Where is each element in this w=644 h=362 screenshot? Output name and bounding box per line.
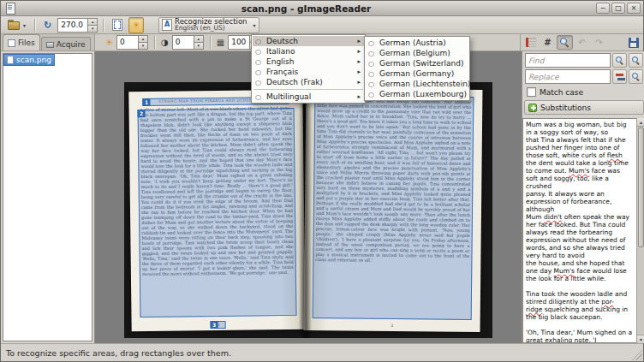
- recognize-icon: [162, 19, 172, 31]
- menu-item-german-switzerland[interactable]: ○German (Switzerland): [366, 58, 468, 68]
- find-all-button[interactable]: [629, 53, 643, 68]
- match-case-checkbox[interactable]: [527, 87, 536, 97]
- brightness-spin-down[interactable]: ▾: [139, 42, 147, 49]
- strip-linebreaks-button[interactable]: #: [540, 35, 556, 50]
- source-tabs: Files Acquire: [1, 34, 95, 50]
- replace-button[interactable]: [612, 69, 627, 84]
- recognize-dropdown-arrow-icon[interactable]: ▾: [253, 22, 255, 28]
- scanned-document: STRONG-MAN FROM PIRAEUS AND OTHER STORIE…: [124, 82, 492, 338]
- radio-icon: ○: [255, 93, 263, 101]
- menu-item-english[interactable]: ○English▸: [253, 56, 364, 67]
- menu-item-german-luxembourg[interactable]: ○German (Luxembourg): [366, 89, 468, 99]
- menu-item-german-germany[interactable]: ○German (Germany): [366, 68, 468, 79]
- tab-acquire[interactable]: Acquire: [41, 37, 91, 50]
- replace-input[interactable]: [525, 69, 611, 84]
- resolution-icon: ▦: [217, 39, 224, 47]
- menu-item-label: German (Germany): [379, 69, 465, 78]
- rotation-value: 270.0: [58, 19, 87, 32]
- tab-files-label: Files: [18, 39, 35, 47]
- contrast-spin-up[interactable]: ▴: [194, 36, 203, 42]
- window-title: scan.png - gImageReader: [16, 3, 596, 14]
- close-button[interactable]: ×: [627, 3, 641, 14]
- recognize-button[interactable]: Recognize selection English (en_US) ▾: [158, 17, 259, 33]
- autodetect-layout-button[interactable]: [109, 17, 126, 33]
- substitutions-icon: [528, 104, 537, 112]
- recognized-text-area[interactable]: Mum was a big woman, but big in a soggy …: [522, 118, 636, 343]
- radio-icon: ○: [255, 58, 263, 66]
- submenu-arrow-icon: ▸: [357, 79, 361, 86]
- redo-button[interactable]: ↷: [591, 35, 607, 50]
- match-case-row: Match case: [527, 87, 583, 97]
- scroll-up-icon[interactable]: ▴: [637, 118, 644, 127]
- find-next-button[interactable]: [612, 53, 627, 68]
- menu-item-label: Multilingual: [266, 92, 354, 101]
- maximize-button[interactable]: □: [611, 3, 625, 14]
- file-list-item[interactable]: scan.png: [3, 54, 55, 66]
- match-case-label: Match case: [540, 88, 583, 97]
- output-scrollbar[interactable]: ▴ ▾: [636, 118, 644, 343]
- save-output-button[interactable]: [625, 35, 641, 50]
- substitutions-button[interactable]: Substitutions: [524, 100, 644, 115]
- menu-item-label: German (Luxembourg): [379, 90, 467, 98]
- menu-item-deutsch-frak[interactable]: ○Deutsch (Frak)▸: [253, 77, 364, 87]
- selection-badge: 1: [142, 98, 150, 106]
- scan-page-right: took the broom with her and she swept th…: [304, 88, 483, 332]
- radio-icon: ○: [368, 60, 376, 68]
- files-panel: scan.png: [1, 51, 95, 343]
- menu-item-german-belgium[interactable]: ○German (Belgium): [366, 48, 468, 58]
- menu-item-german-liechtenstein[interactable]: ○German (Liechtenstein): [366, 79, 468, 89]
- tab-acquire-label: Acquire: [57, 40, 86, 49]
- menu-item-deutsch[interactable]: ○Deutsch▸: [253, 36, 364, 46]
- radio-icon: ○: [368, 39, 376, 47]
- toolbar-separator: [103, 19, 104, 32]
- rotate-icon: ↻: [44, 21, 51, 30]
- menu-item-label: Deutsch (Frak): [266, 78, 354, 86]
- app-window: scan.png - gImageReader − □ × ▾ ↻ 270.0 …: [0, 0, 644, 362]
- save-icon: [629, 38, 639, 48]
- rotation-spin-down[interactable]: ▾: [88, 25, 97, 32]
- find-input[interactable]: [525, 53, 611, 68]
- open-button[interactable]: ▾: [4, 17, 29, 33]
- language-menu: ○Deutsch▸○Italiano▸○English▸○Français▸○D…: [251, 34, 366, 104]
- insert-mode-button[interactable]: [522, 35, 539, 50]
- menu-item-label: Italiano: [266, 47, 354, 56]
- image-controls-toggle[interactable]: ☀: [128, 17, 144, 33]
- scrollbar-thumb[interactable]: [638, 128, 644, 247]
- undo-button[interactable]: ↶: [574, 35, 590, 50]
- titlebar: scan.png - gImageReader − □ ×: [1, 1, 643, 16]
- brightness-spinbox[interactable]: 0 ▴ ▾: [116, 35, 148, 50]
- rotation-spin-up[interactable]: ▴: [88, 19, 97, 25]
- scroll-down-icon[interactable]: ▾: [637, 335, 644, 343]
- selection-badge: 3: [211, 321, 218, 329]
- submenu-arrow-icon: ▸: [357, 58, 361, 65]
- substitutions-label: Substitutions: [540, 104, 591, 112]
- rotation-spinbox[interactable]: 270.0 ▴ ▾: [57, 18, 98, 33]
- menu-item-german-austria[interactable]: ○German (Austria): [366, 38, 468, 48]
- minimize-button[interactable]: −: [596, 3, 610, 14]
- radio-icon: ○: [368, 70, 376, 78]
- rotate-button[interactable]: ↻: [40, 17, 55, 33]
- replace-all-button[interactable]: [629, 69, 643, 84]
- menu-item-fran-ais[interactable]: ○Français▸: [253, 67, 364, 77]
- file-list[interactable]: scan.png: [3, 53, 92, 341]
- output-toolbar: # ↶ ↷: [520, 34, 643, 50]
- radio-icon: ○: [255, 68, 263, 76]
- menu-item-italiano[interactable]: ○Italiano▸: [253, 46, 364, 56]
- selection-region-2[interactable]: 2: [138, 108, 297, 317]
- brightness-spin-up[interactable]: ▴: [139, 36, 147, 42]
- menu-item-label: Français: [266, 68, 354, 76]
- contrast-spinbox[interactable]: 0 ▴ ▾: [172, 35, 204, 50]
- contrast-spin-down[interactable]: ▾: [194, 42, 203, 49]
- find-replace-toggle[interactable]: [557, 35, 573, 50]
- menu-item-multilingual[interactable]: ○Multilingual▸: [253, 92, 364, 102]
- radio-icon: ○: [368, 91, 376, 98]
- selection-region-3[interactable]: 3: [211, 321, 226, 329]
- scanner-icon: [46, 42, 54, 48]
- toolbar-separator: [34, 19, 35, 32]
- resize-grip[interactable]: [631, 349, 642, 360]
- window-controls: − □ ×: [596, 3, 641, 14]
- brightness-icon: ☀: [105, 39, 113, 47]
- selection-region-4[interactable]: 4: [313, 95, 474, 320]
- tab-files[interactable]: Files: [3, 34, 40, 50]
- files-icon: [8, 39, 15, 47]
